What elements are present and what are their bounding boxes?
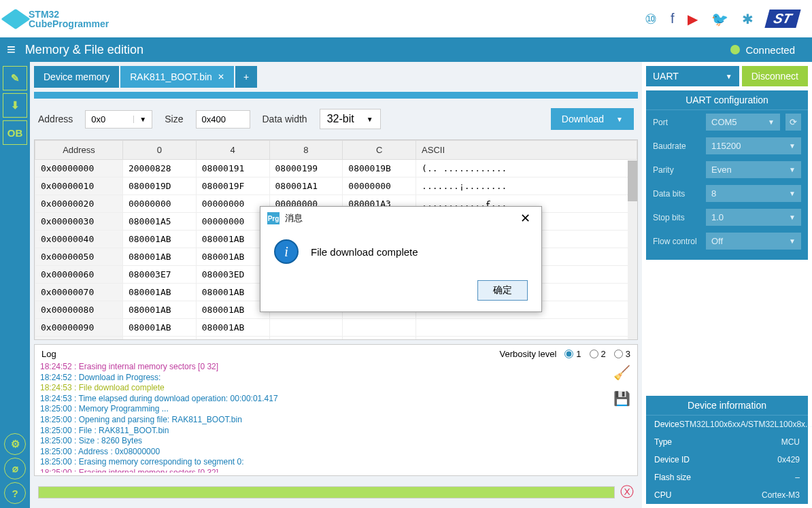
- table-row[interactable]: 0x00000090080001AB080001AB: [35, 319, 637, 337]
- youtube-icon[interactable]: ▶: [688, 11, 698, 27]
- size-label: Size: [165, 114, 183, 124]
- address-input[interactable]: [86, 111, 133, 128]
- verbosity-radio-3[interactable]: [614, 350, 623, 358]
- datawidth-dropdown-icon[interactable]: ▼: [354, 116, 373, 123]
- hamburger-menu-icon[interactable]: ≡: [7, 41, 16, 58]
- erase-button[interactable]: ⌀: [4, 458, 26, 479]
- table-cell: 0x00000080: [35, 301, 123, 319]
- tab-file-label: RAK811_BOOT.bin: [130, 71, 212, 82]
- uart-config-section: UART configuration PortCOM5▼⟳Baudrate115…: [646, 90, 808, 260]
- help-button[interactable]: ?: [4, 482, 26, 504]
- config-row: Baudrate115200▼: [646, 134, 808, 158]
- config-select[interactable]: Off▼: [706, 233, 801, 250]
- table-cell: 0x00000000: [35, 160, 123, 177]
- memory-controls: Address ▼ Size Data width 32-bit ▼ Downl…: [34, 103, 638, 135]
- table-header[interactable]: 0: [122, 141, 196, 160]
- table-header[interactable]: ASCII: [416, 141, 637, 160]
- config-select[interactable]: 115200▼: [706, 137, 801, 154]
- dialog-close-icon[interactable]: ✕: [516, 211, 535, 226]
- config-select[interactable]: 1.0▼: [706, 209, 801, 226]
- size-input[interactable]: [196, 110, 250, 129]
- table-cell: 080001A1: [269, 177, 343, 195]
- refresh-icon[interactable]: ⟳: [785, 114, 801, 131]
- datawidth-label: Data width: [263, 114, 307, 124]
- log-line: 18:25:00 : Erasing internal memory secto…: [40, 468, 609, 473]
- log-clear-icon[interactable]: 🧹: [613, 365, 630, 381]
- table-header[interactable]: 8: [269, 141, 343, 160]
- download-dropdown-icon[interactable]: ▼: [616, 116, 623, 123]
- download-tool-button[interactable]: ⬇: [3, 93, 27, 118]
- left-toolbar: ✎ ⬇ OB ⚙ ⌀ ?: [0, 62, 30, 508]
- verbosity-radio-1[interactable]: [564, 350, 573, 358]
- table-cell: 080001AB: [196, 301, 269, 319]
- progress-row: ⓧ: [34, 480, 638, 504]
- log-label: Log: [41, 349, 56, 359]
- table-cell: 00000000: [196, 213, 269, 231]
- table-row[interactable]: 0x000000100800019D0800019F080001A1000000…: [35, 177, 637, 195]
- devinfo-value: Cortex-M3: [762, 490, 800, 500]
- log-text[interactable]: 18:24:52 : Erasing internal memory secto…: [39, 360, 611, 473]
- tab-file[interactable]: RAK811_BOOT.bin ✕: [120, 66, 234, 88]
- connection-type-select[interactable]: UART ▼: [646, 66, 739, 86]
- st-logo-icon[interactable]: ST: [765, 10, 801, 28]
- download-button[interactable]: Download ▼: [551, 108, 634, 130]
- log-line: 18:25:00 : File : RAK811_BOOT.bin: [40, 426, 609, 437]
- tabs-row: Device memory RAK811_BOOT.bin ✕ +: [34, 66, 638, 88]
- settings-button[interactable]: ⚙: [4, 433, 26, 455]
- log-line: 18:25:00 : Size : 8260 Bytes: [40, 436, 609, 447]
- devinfo-value: STM32L100x6xxA/STM32L100x8x...: [679, 420, 812, 429]
- config-select[interactable]: COM5▼: [706, 114, 780, 131]
- dialog-ok-button[interactable]: 确定: [477, 280, 528, 301]
- info-dialog: Prg 消息 ✕ i File download complete 确定: [260, 206, 542, 312]
- disconnect-button[interactable]: Disconnect: [742, 66, 808, 86]
- table-cell: 0x00000010: [35, 177, 123, 195]
- devinfo-label: Device: [654, 420, 679, 429]
- table-header[interactable]: 4: [196, 141, 269, 160]
- devinfo-label: Type: [654, 437, 672, 447]
- devinfo-label: Device ID: [654, 455, 690, 464]
- tab-close-icon[interactable]: ✕: [218, 72, 224, 82]
- devinfo-value: 0x429: [777, 455, 800, 464]
- log-line: 18:25:00 : Address : 0x08000000: [40, 447, 609, 458]
- devinfo-value: MCU: [781, 437, 800, 447]
- table-cell: 0x00000030: [35, 213, 123, 231]
- progress-cancel-icon[interactable]: ⓧ: [620, 483, 634, 501]
- share-icon[interactable]: ✱: [742, 11, 754, 27]
- dialog-app-icon: Prg: [267, 212, 280, 224]
- datawidth-select[interactable]: 32-bit: [327, 113, 354, 125]
- table-cell: 080001AB: [122, 284, 196, 301]
- table-cell: ....«...«...«...: [416, 337, 637, 341]
- table-cell: 080001AB: [122, 231, 196, 248]
- tab-device-memory[interactable]: Device memory: [34, 66, 119, 88]
- facebook-icon[interactable]: f: [671, 11, 675, 27]
- config-select[interactable]: 8▼: [706, 185, 801, 202]
- app-logo: STM32 CubeProgrammer: [7, 10, 109, 29]
- table-cell: (.. ............: [416, 160, 637, 177]
- tab-add-button[interactable]: +: [235, 66, 257, 88]
- twitter-icon[interactable]: 🐦: [711, 11, 728, 27]
- scrollbar-thumb[interactable]: [628, 160, 637, 201]
- table-row[interactable]: 0x000000A000000000080001AB080001AB080001…: [35, 337, 637, 341]
- table-cell: 08000191: [196, 160, 269, 177]
- dialog-message: File download complete: [311, 246, 418, 258]
- log-section: Log Verbosity level 1 2 3 18:24:52 : Era…: [34, 344, 638, 476]
- config-label: Flow control: [653, 237, 700, 246]
- table-cell: 080001AB: [122, 319, 196, 337]
- verbosity-radio-2[interactable]: [590, 350, 598, 358]
- log-save-icon[interactable]: 💾: [613, 390, 630, 407]
- badge-icon[interactable]: ⑩: [645, 11, 657, 27]
- table-cell: 080001A5: [122, 213, 196, 231]
- option-bytes-button[interactable]: OB: [3, 120, 27, 145]
- table-cell: 08000199: [269, 160, 343, 177]
- edit-tool-button[interactable]: ✎: [3, 66, 27, 90]
- table-header[interactable]: C: [343, 141, 416, 160]
- config-select[interactable]: Even▼: [706, 161, 801, 178]
- social-links: ⑩ f ▶ 🐦 ✱ ST: [645, 10, 798, 28]
- log-line: 18:24:52 : Download in Progress:: [40, 373, 609, 384]
- table-header[interactable]: Address: [35, 141, 123, 160]
- table-cell: 0x00000020: [35, 195, 123, 213]
- table-row[interactable]: 0x00000000200008280800019108000199080001…: [35, 160, 637, 177]
- devinfo-row: CPUCortex-M3: [646, 486, 808, 504]
- config-row: Flow controlOff▼: [646, 229, 808, 253]
- address-dropdown-icon[interactable]: ▼: [133, 116, 152, 123]
